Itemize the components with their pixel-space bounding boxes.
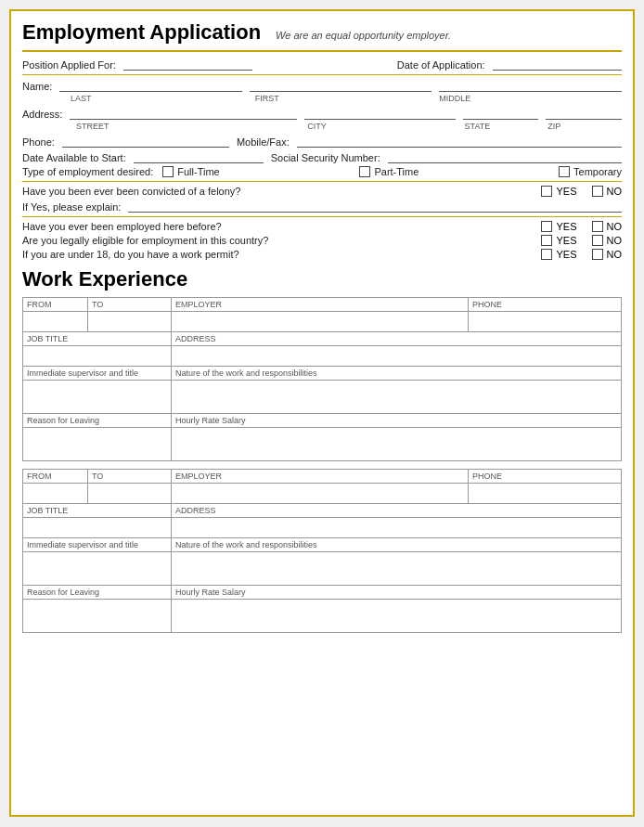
we2-address-input[interactable] [172,518,622,538]
permit-no-checkbox[interactable] [592,249,603,260]
we2-reason-input[interactable] [23,600,172,633]
phone-input[interactable] [62,135,229,148]
emp-yes-checkbox[interactable] [541,221,552,232]
temporary-label: Temporary [573,166,622,177]
employed-before-label: Have you ever been employed here before? [22,221,541,232]
felony-yes-checkbox[interactable] [541,186,552,197]
felony-label: Have you been ever been convicted of a f… [22,186,541,197]
explain-input[interactable] [128,200,622,213]
we1-supervisor-row: Immediate supervisor and title Nature of… [23,367,622,381]
we2-reason-data-row [23,600,622,633]
fulltime-label: Full-Time [177,166,219,177]
date-label: Date of Application: [397,59,485,71]
temporary-checkbox-item[interactable]: Temporary [559,166,622,177]
city-sublabel: CITY [305,122,455,131]
emp-no-checkbox[interactable] [592,221,603,232]
we1-nature-header: Nature of the work and responsibilities [172,367,622,381]
fulltime-checkbox-item[interactable]: Full-Time [162,166,219,177]
we1-from-header: FROM [23,298,88,312]
parttime-label: Part-Time [374,166,419,177]
elig-no-item[interactable]: NO [592,235,623,246]
we2-supervisor-input[interactable] [23,552,172,586]
state-input[interactable] [463,107,539,120]
temporary-checkbox[interactable] [559,166,570,177]
we1-employer-input[interactable] [172,312,469,332]
explain-label: If Yes, please explain: [22,201,121,213]
middle-name-input[interactable] [439,79,622,92]
elig-no-checkbox[interactable] [592,235,603,246]
elig-yes-checkbox[interactable] [541,235,552,246]
we2-jobtitle-input[interactable] [23,518,172,538]
middle-sublabel: MIDDLE [437,94,622,103]
date-available-input[interactable] [134,150,264,163]
emp-no-label: NO [607,221,623,232]
emp-yes-item[interactable]: YES [541,221,576,232]
employed-before-yes-no: YES NO [541,221,622,232]
first-name-input[interactable] [250,79,432,92]
we1-supervisor-data-row-1 [23,381,622,414]
eligible-label: Are you legally eligible for employment … [22,235,541,246]
we2-address-header: ADDRESS [172,504,622,518]
we1-to-input[interactable] [88,312,172,332]
elig-yes-label: YES [556,235,576,246]
we1-hourly-input[interactable] [172,428,622,461]
we2-employer-input[interactable] [172,484,469,504]
we2-employer-header: EMPLOYER [172,470,469,484]
we2-jobtitle-header: JOB TITLE [23,504,172,518]
city-input[interactable] [304,107,456,120]
work-permit-row: If you are under 18, do you have a work … [22,249,622,260]
emp-no-item[interactable]: NO [592,221,623,232]
state-sublabel: STATE [463,122,539,131]
last-sublabel: LAST [69,94,253,103]
felony-yes-item[interactable]: YES [541,186,576,197]
we1-address-input[interactable] [172,346,622,367]
felony-no-label: NO [607,186,623,197]
last-name-input[interactable] [59,79,242,92]
felony-no-item[interactable]: NO [592,186,623,197]
name-sublabels: LAST FIRST MIDDLE [22,94,622,103]
permit-yes-checkbox[interactable] [541,249,552,260]
permit-yes-item[interactable]: YES [541,249,576,260]
we2-hourly-input[interactable] [172,600,622,633]
elig-no-label: NO [607,235,623,246]
we2-phone-input[interactable] [469,484,622,504]
permit-yes-no: YES NO [541,249,622,260]
we1-phone-input[interactable] [469,312,622,332]
mobile-label: Mobile/Fax: [237,136,290,148]
zip-sublabel: ZIP [546,122,622,131]
work-experience-table-2: FROM TO EMPLOYER PHONE JOB TITLE ADDRESS… [22,469,622,633]
we1-reason-input[interactable] [23,428,172,461]
ssn-input[interactable] [388,150,622,163]
employment-type-label: Type of employment desired: [22,166,153,177]
we2-reason-row: Reason for Leaving Hourly Rate Salary [23,586,622,600]
parttime-checkbox-item[interactable]: Part-Time [359,166,419,177]
street-sublabel: STREET [74,122,298,131]
date-ssn-row: Date Available to Start: Social Security… [22,150,622,163]
we1-supervisor-header: Immediate supervisor and title [23,367,172,381]
we2-to-input[interactable] [88,484,172,504]
we2-from-header: FROM [23,470,88,484]
we1-supervisor-input[interactable] [23,381,172,414]
felony-no-checkbox[interactable] [592,186,603,197]
we1-nature-input[interactable] [172,381,622,414]
we2-supervisor-header: Immediate supervisor and title [23,538,172,552]
page-subtitle: We are an equal opportunity employer. [276,30,451,41]
elig-yes-item[interactable]: YES [541,235,576,246]
street-input[interactable] [70,107,297,120]
permit-no-item[interactable]: NO [592,249,623,260]
zip-input[interactable] [546,107,622,120]
mobile-input[interactable] [297,135,622,148]
position-input[interactable] [123,58,252,71]
we1-employer-header: EMPLOYER [172,298,469,312]
we1-jobtitle-input[interactable] [23,346,172,367]
fulltime-checkbox[interactable] [162,166,174,177]
parttime-checkbox[interactable] [359,166,370,177]
employment-type-row: Type of employment desired: Full-Time Pa… [22,166,622,177]
we1-from-input[interactable] [23,312,88,332]
we2-from-input[interactable] [23,484,88,504]
date-input[interactable] [493,58,622,71]
addr-sublabels: STREET CITY STATE ZIP [22,122,622,131]
we2-nature-input[interactable] [172,552,622,586]
position-label: Position Applied For: [22,59,116,71]
eligible-yes-no: YES NO [541,235,622,246]
